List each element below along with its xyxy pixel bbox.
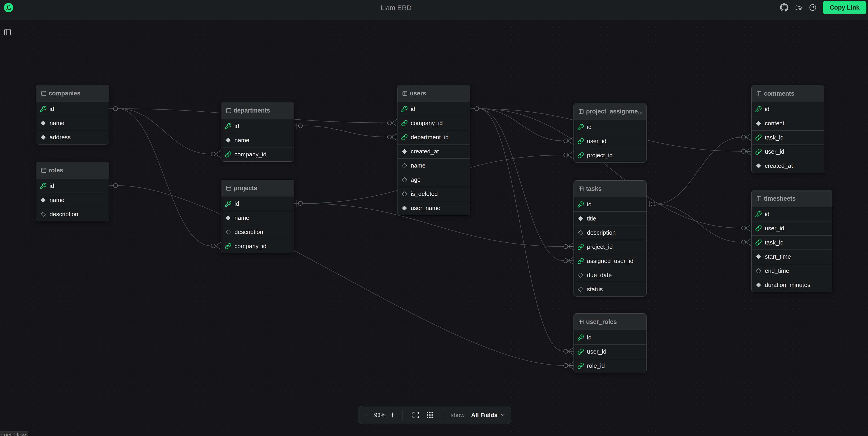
- github-icon[interactable]: [780, 3, 788, 12]
- column-row[interactable]: is_deleted: [398, 187, 470, 201]
- column-row[interactable]: user_id: [751, 145, 824, 159]
- tidy-up-button[interactable]: [425, 410, 434, 420]
- column-name: status: [587, 286, 603, 293]
- column-row[interactable]: id: [36, 102, 109, 116]
- column-row[interactable]: task_id: [751, 130, 824, 145]
- zoom-in-button[interactable]: [388, 410, 397, 420]
- fields-filter-value[interactable]: All Fields: [471, 412, 498, 419]
- primary-key-icon: [401, 106, 408, 112]
- column-row[interactable]: id: [574, 197, 646, 211]
- column-row[interactable]: name: [221, 133, 294, 147]
- column-row[interactable]: project_id: [574, 240, 646, 254]
- table-comments[interactable]: commentsidcontenttask_iduser_idcreated_a…: [751, 85, 825, 173]
- zoom-out-button[interactable]: [363, 410, 371, 420]
- column-row[interactable]: address: [36, 130, 109, 144]
- column-row[interactable]: id: [36, 179, 109, 193]
- column-row[interactable]: id: [751, 102, 824, 116]
- top-bar: ℒ Liam ERD Copy Link: [0, 0, 868, 20]
- table-project_assignments[interactable]: project_assignme...iduser_idproject_id: [574, 103, 647, 162]
- column-row[interactable]: project_id: [574, 148, 646, 162]
- column-name: user_id: [765, 225, 784, 232]
- column-row[interactable]: created_at: [398, 144, 470, 158]
- not-null-icon: [755, 253, 762, 260]
- column-row[interactable]: name: [36, 193, 109, 207]
- table-header[interactable]: timesheets: [751, 190, 832, 207]
- column-name: id: [587, 201, 592, 208]
- column-row[interactable]: id: [574, 330, 646, 344]
- fit-view-button[interactable]: [411, 410, 420, 420]
- table-header[interactable]: users: [398, 85, 470, 102]
- column-row[interactable]: age: [398, 173, 470, 187]
- foreign-key-icon: [577, 138, 584, 145]
- not-null-icon: [40, 134, 46, 141]
- column-row[interactable]: company_id: [398, 116, 470, 130]
- column-row[interactable]: task_id: [751, 235, 832, 249]
- app-title: Liam ERD: [380, 4, 412, 12]
- help-icon[interactable]: [809, 4, 816, 11]
- table-departments[interactable]: departmentsidnamecompany_id: [221, 102, 294, 162]
- column-row[interactable]: user_id: [574, 344, 646, 359]
- column-row[interactable]: description: [574, 225, 646, 240]
- column-row[interactable]: user_id: [751, 221, 832, 235]
- table-header[interactable]: departments: [221, 102, 294, 119]
- table-header[interactable]: projects: [221, 180, 294, 196]
- table-name: users: [410, 90, 426, 97]
- not-null-icon: [755, 120, 762, 127]
- sidebar-toggle-icon[interactable]: [4, 28, 11, 36]
- column-row[interactable]: user_id: [574, 134, 646, 148]
- show-label: show: [451, 412, 465, 419]
- column-name: title: [587, 215, 596, 222]
- column-row[interactable]: name: [398, 158, 470, 173]
- column-row[interactable]: id: [398, 102, 470, 116]
- column-name: task_id: [765, 134, 783, 141]
- primary-key-icon: [577, 124, 584, 130]
- column-row[interactable]: company_id: [221, 147, 294, 161]
- announcements-icon[interactable]: [795, 4, 803, 11]
- column-row[interactable]: company_id: [221, 239, 294, 253]
- column-row[interactable]: end_time: [751, 263, 832, 278]
- liam-logo[interactable]: ℒ: [4, 3, 13, 12]
- primary-key-icon: [577, 334, 584, 341]
- table-projects[interactable]: projectsidnamedescriptioncompany_id: [221, 180, 294, 253]
- table-header[interactable]: companies: [36, 85, 109, 102]
- primary-key-icon: [225, 200, 231, 207]
- foreign-key-icon: [401, 120, 408, 126]
- column-row[interactable]: id: [221, 196, 294, 211]
- column-row[interactable]: status: [574, 282, 646, 296]
- column-row[interactable]: department_id: [398, 130, 470, 144]
- column-row[interactable]: name: [221, 211, 294, 225]
- copy-link-button[interactable]: Copy Link: [823, 1, 866, 14]
- column-row[interactable]: user_name: [398, 201, 470, 215]
- column-row[interactable]: assigned_user_id: [574, 254, 646, 268]
- column-row[interactable]: id: [221, 119, 294, 133]
- column-row[interactable]: title: [574, 211, 646, 225]
- column-row[interactable]: content: [751, 116, 824, 130]
- table-timesheets[interactable]: timesheetsiduser_idtask_idstart_timeend_…: [751, 190, 832, 292]
- column-row[interactable]: description: [221, 225, 294, 239]
- table-users[interactable]: usersidcompany_iddepartment_idcreated_at…: [397, 85, 470, 215]
- table-roles[interactable]: rolesidnamedescription: [36, 162, 109, 221]
- column-name: name: [50, 196, 64, 204]
- column-row[interactable]: id: [574, 120, 646, 134]
- column-row[interactable]: due_date: [574, 268, 646, 282]
- column-row[interactable]: role_id: [574, 359, 646, 373]
- column-name: created_at: [411, 148, 439, 155]
- column-row[interactable]: id: [751, 207, 832, 221]
- table-header[interactable]: tasks: [574, 181, 646, 197]
- foreign-key-icon: [755, 148, 762, 155]
- table-tasks[interactable]: tasksidtitledescriptionproject_idassigne…: [574, 180, 647, 297]
- column-row[interactable]: name: [36, 116, 109, 130]
- column-row[interactable]: created_at: [751, 159, 824, 173]
- column-row[interactable]: description: [36, 207, 109, 221]
- table-header[interactable]: roles: [36, 162, 109, 179]
- table-header[interactable]: project_assignme...: [574, 103, 646, 120]
- table-user_roles[interactable]: user_rolesiduser_idrole_id: [574, 313, 647, 373]
- column-row[interactable]: duration_minutes: [751, 278, 832, 292]
- column-name: company_id: [235, 151, 267, 158]
- table-icon: [578, 108, 584, 114]
- table-companies[interactable]: companiesidnameaddress: [36, 85, 109, 145]
- table-header[interactable]: user_roles: [574, 314, 646, 330]
- table-header[interactable]: comments: [751, 85, 824, 102]
- chevron-down-icon[interactable]: [500, 412, 506, 418]
- column-row[interactable]: start_time: [751, 249, 832, 263]
